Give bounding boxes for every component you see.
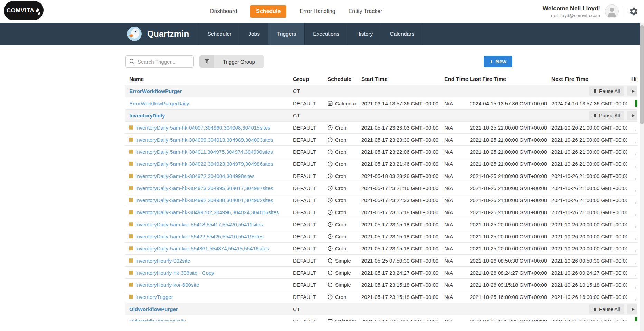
- search-icon: [129, 59, 135, 64]
- pause-all-button[interactable]: Pause All: [589, 86, 624, 96]
- pause-all-button[interactable]: Pause All: [589, 304, 624, 314]
- history-chart: [635, 281, 637, 289]
- trigger-name-link[interactable]: InventoryDaily-5am-kor-55418,55417,55420…: [135, 221, 263, 227]
- col-history: History: [627, 76, 637, 82]
- trigger-name-link[interactable]: InventoryDaily-5am-hk-304972,304004,3049…: [135, 173, 254, 179]
- history-chart-green: [635, 317, 637, 321]
- end-time-cell: N/A: [441, 161, 466, 167]
- qnav-triggers[interactable]: Triggers: [268, 23, 304, 45]
- top-nav-error-handling[interactable]: Error Handling: [300, 8, 335, 15]
- quartzmin-title: Quartzmin: [147, 29, 199, 39]
- trigger-name-link[interactable]: OldWorkflowPurgerDaily: [129, 318, 186, 322]
- schedule-cell: Cron: [324, 197, 358, 203]
- last-fire-time-cell: 2021-10-25 21:00:00 GMT+00:00: [466, 185, 548, 191]
- schedule-type: Cron: [335, 234, 347, 239]
- trigger-name-link[interactable]: ErrorWorkflowPurgerDaily: [129, 101, 189, 106]
- trigger-paused-icon: [129, 125, 133, 130]
- resume-all-button[interactable]: Resume All: [627, 111, 637, 120]
- trigger-name-link[interactable]: InventoryHourly-002site: [135, 258, 190, 264]
- qnav-calendars[interactable]: Calendars: [381, 23, 423, 45]
- last-fire-time-cell: 2021-10-25 20:00:00 GMT+00:00: [466, 221, 548, 227]
- table-row: InventoryDaily-5am-kor-55418,55417,55420…: [125, 218, 637, 230]
- trigger-name-link[interactable]: InventoryDaily-5am-hk-304992,304988,3040…: [135, 197, 273, 203]
- schedule-type: Simple: [335, 258, 351, 264]
- quartzmin-brand[interactable]: Quartzmin: [0, 23, 199, 45]
- qnav-history[interactable]: History: [348, 23, 381, 45]
- clock-icon: [328, 246, 333, 251]
- next-fire-time-cell: 2021-10-26 21:00:00 GMT+00:00: [548, 161, 627, 167]
- trigger-name-link[interactable]: InventoryTrigger: [135, 294, 173, 300]
- last-fire-time-cell: 2021-10-25 21:00:00 GMT+00:00: [466, 161, 548, 167]
- start-time-cell: 2021-05-17 23:24:27 GMT+00:00: [358, 270, 441, 276]
- vertical-scrollbar[interactable]: [640, 23, 644, 331]
- gear-icon[interactable]: [629, 7, 638, 16]
- qnav-executions[interactable]: Executions: [304, 23, 348, 45]
- table-row: InventoryHourly-hk-308site - Copy DEFAUL…: [125, 266, 637, 278]
- clock-icon: [328, 125, 333, 130]
- trigger-group-link[interactable]: OldWorkflowPurger: [129, 306, 178, 312]
- col-next-fire-time: Next Fire Time: [548, 76, 627, 82]
- pause-icon: [594, 89, 596, 93]
- clock-icon: [328, 186, 333, 191]
- pause-all-button[interactable]: Pause All: [589, 111, 624, 120]
- resume-all-button[interactable]: Resume All: [627, 86, 637, 96]
- top-nav-dashboard[interactable]: Dashboard: [210, 8, 237, 15]
- table-row: InventoryDaily-5am-hk-304011,304975,3049…: [125, 145, 637, 158]
- table-row: ErrorWorkflowPurgerDaily DEFAULT Calenda…: [125, 97, 637, 109]
- page: COMVITA Dashboard Schedule Error Handlin…: [0, 0, 644, 331]
- table-row: InventoryDaily CT Pause All Resume All: [125, 109, 637, 121]
- avatar[interactable]: [605, 4, 619, 18]
- trigger-group-link[interactable]: InventoryDaily: [129, 113, 165, 119]
- table-row: ErrorWorkflowPurger CT Pause All Resume …: [125, 85, 637, 97]
- user-area: Welcome Neil Lloyd! neil.lloyd@comvita.c…: [543, 0, 638, 23]
- schedule-cell: Cron: [324, 294, 358, 300]
- table-row: InventoryDaily-5am-hk-30499702,304996,30…: [125, 206, 637, 218]
- top-nav-schedule[interactable]: Schedule: [250, 5, 286, 18]
- trigger-name-link[interactable]: InventoryDaily-5am-hk-04007,304960,30400…: [135, 125, 270, 131]
- group-cell: DEFAULT: [289, 137, 324, 143]
- trigger-name-link[interactable]: InventoryDaily-5am-hk-304973,304995,3040…: [135, 185, 273, 191]
- group-cell: CT: [289, 306, 324, 312]
- comvita-logo: COMVITA: [4, 1, 44, 20]
- trigger-name-link[interactable]: InventoryHourly-hk-308site - Copy: [135, 270, 214, 276]
- qnav-jobs[interactable]: Jobs: [240, 23, 268, 45]
- new-button-label: New: [495, 58, 506, 65]
- trigger-name-link[interactable]: InventoryDaily-5am-hk-304011,304975,3049…: [135, 149, 273, 155]
- table-row: OldWorkflowPurger CT Pause All Resume Al…: [125, 303, 637, 315]
- table-header-row: Name Group Schedule Start Time End Time …: [125, 73, 637, 85]
- schedule-cell: Cron: [324, 125, 358, 131]
- trigger-name-link[interactable]: InventoryDaily-5am-hk-30499702,304996,30…: [135, 209, 279, 215]
- trigger-group-link[interactable]: ErrorWorkflowPurger: [129, 88, 182, 94]
- trigger-name-link[interactable]: InventoryHourly-kor-600site: [135, 282, 199, 288]
- trigger-group-filter-button[interactable]: Trigger Group: [199, 55, 264, 68]
- trigger-name-link[interactable]: InventoryDaily-5am-hk-304009,304013,3049…: [135, 137, 273, 143]
- next-fire-time-cell: 2021-10-26 20:00:00 GMT+00:00: [548, 234, 627, 239]
- trigger-name-link[interactable]: InventoryDaily-5am-kor-554861,554874,554…: [135, 246, 269, 252]
- group-cell: DEFAULT: [289, 185, 324, 191]
- history-chart: [635, 220, 637, 228]
- calendar-icon: [328, 319, 333, 322]
- table-row: InventoryDaily-5am-hk-304973,304995,3040…: [125, 182, 637, 194]
- scrollbar-thumb[interactable]: [640, 25, 644, 124]
- last-fire-time-cell: 2024-04-15 13:57:36 GMT+00:00: [466, 318, 548, 322]
- start-time-cell: 2021-05-17 23:15:18 GMT+00:00: [358, 294, 441, 300]
- search-input[interactable]: [138, 59, 189, 65]
- resume-all-button[interactable]: Resume All: [627, 304, 637, 314]
- start-time-cell: 2021-05-17 23:22:33 GMT+00:00: [358, 197, 441, 203]
- start-time-cell: 2021-03-14 13:57:36 GMT+00:00: [358, 101, 441, 106]
- table-row: InventoryDaily-5am-hk-304022,304023,3049…: [125, 158, 637, 170]
- end-time-cell: N/A: [441, 270, 466, 276]
- group-cell: DEFAULT: [289, 258, 324, 264]
- top-nav-entity-tracker[interactable]: Entity Tracker: [349, 8, 382, 15]
- end-time-cell: N/A: [441, 185, 466, 191]
- table-row: InventoryDaily-5am-hk-304992,304988,3040…: [125, 194, 637, 206]
- last-fire-time-cell: 2021-10-25 21:00:00 GMT+00:00: [466, 209, 548, 215]
- group-cell: DEFAULT: [289, 197, 324, 203]
- trigger-name-link[interactable]: InventoryDaily-5am-kor-55422,55425,55410…: [135, 234, 263, 239]
- group-cell: DEFAULT: [289, 149, 324, 155]
- new-trigger-button[interactable]: + New: [484, 56, 512, 67]
- next-fire-time-cell: 2021-10-26 20:00:00 GMT+00:00: [548, 246, 627, 252]
- group-cell: DEFAULT: [289, 246, 324, 252]
- trigger-name-link[interactable]: InventoryDaily-5am-hk-304022,304023,3049…: [135, 161, 273, 167]
- qnav-scheduler[interactable]: Scheduler: [199, 23, 240, 45]
